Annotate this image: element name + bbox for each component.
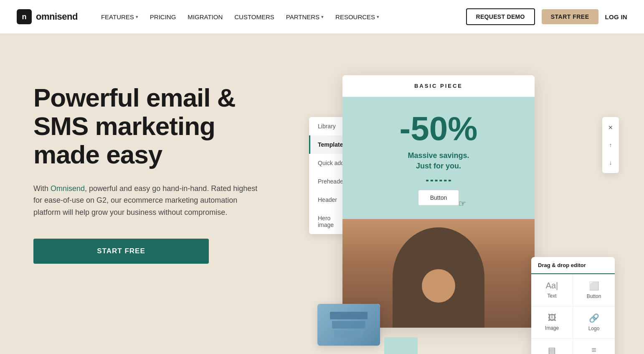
nav-partners[interactable]: PARTNERS ▾: [286, 13, 324, 20]
move-up-button[interactable]: ↑: [604, 139, 617, 151]
request-demo-button[interactable]: REQUEST DEMO: [466, 8, 535, 25]
dnd-item-menu[interactable]: ▤ Menu: [531, 339, 573, 354]
dnd-grid: Aa| Text ⬜ Button 🖼 Image 🔗 Logo ▤ M: [531, 274, 615, 354]
email-cta-button[interactable]: Button ☞: [418, 190, 459, 206]
nav-features[interactable]: FEATURES ▾: [101, 13, 138, 20]
logo-icon-dnd: 🔗: [577, 313, 611, 323]
hero-section: Powerful email & SMS marketing made easy…: [0, 33, 644, 354]
dnd-editor-panel: Drag & drop editor Aa| Text ⬜ Button 🖼 I…: [531, 257, 615, 354]
hero-left: Powerful email & SMS marketing made easy…: [33, 67, 284, 264]
hero-subtext: With Omnisend, powerful and easy go hand…: [33, 183, 259, 219]
login-button[interactable]: LOG IN: [605, 13, 627, 20]
dnd-editor-title: Drag & drop editor: [531, 257, 615, 274]
product-card: [317, 304, 380, 346]
dnd-item-linespace[interactable]: ≡ Line / Space: [573, 339, 615, 354]
nav-pricing[interactable]: PRICING: [150, 13, 176, 20]
dnd-image-label: Image: [535, 325, 568, 331]
nav-right: REQUEST DEMO START FREE LOG IN: [466, 8, 628, 25]
close-button[interactable]: ✕: [604, 121, 617, 134]
move-down-button[interactable]: ↓: [604, 156, 617, 169]
dnd-item-image[interactable]: 🖼 Image: [531, 306, 573, 339]
product-image: [317, 304, 380, 346]
nav-links: FEATURES ▾ PRICING MIGRATION CUSTOMERS P…: [101, 13, 453, 20]
dnd-button-label: Button: [577, 293, 611, 299]
button-icon: ⬜: [577, 281, 611, 291]
hero-heading: Powerful email & SMS marketing made easy: [33, 84, 284, 169]
promo-tagline: Massive savings. Just for you.: [356, 150, 521, 171]
menu-icon: ▤: [535, 345, 568, 354]
dnd-text-label: Text: [535, 293, 568, 299]
linespace-icon: ≡: [577, 345, 611, 354]
chevron-down-icon: ▾: [321, 14, 324, 20]
jean-layer-1: [330, 312, 368, 319]
email-preview-card: BASIC PIECE -50% Massive savings. Just f…: [342, 75, 535, 328]
omnisend-link[interactable]: Omnisend: [51, 184, 85, 193]
teal-accent-block: [384, 337, 418, 354]
start-free-nav-button[interactable]: START FREE: [542, 9, 598, 24]
logo-icon: n: [17, 9, 32, 24]
dnd-item-logo[interactable]: 🔗 Logo: [573, 306, 615, 339]
image-icon: 🖼: [535, 313, 568, 323]
nav-migration[interactable]: MIGRATION: [188, 13, 223, 20]
logo[interactable]: n omnisend: [17, 9, 78, 24]
nav-customers[interactable]: CUSTOMERS: [234, 13, 274, 20]
navbar: n omnisend FEATURES ▾ PRICING MIGRATION …: [0, 0, 644, 33]
nav-resources[interactable]: RESOURCES ▾: [335, 13, 379, 20]
email-promo-section: -50% Massive savings. Just for you. Butt…: [342, 97, 535, 219]
chevron-down-icon: ▾: [377, 14, 379, 20]
hero-right: Library Template Quick add Preheader Hea…: [309, 67, 611, 354]
dnd-logo-label: Logo: [577, 326, 611, 331]
dnd-item-button[interactable]: ⬜ Button: [573, 274, 615, 306]
discount-text: -50%: [356, 112, 521, 145]
chevron-down-icon: ▾: [136, 14, 138, 20]
start-free-hero-button[interactable]: START FREE: [33, 239, 209, 264]
jean-layer-2: [332, 321, 365, 329]
cursor-icon: ☞: [459, 199, 466, 209]
dnd-item-text[interactable]: Aa| Text: [531, 274, 573, 306]
editor-controls: ✕ ↑ ↓: [602, 117, 619, 173]
jean-layer-3: [334, 330, 363, 338]
email-brand-name: BASIC PIECE: [342, 75, 535, 97]
text-icon: Aa|: [535, 281, 568, 290]
promo-divider: [426, 180, 451, 181]
logo-text: omnisend: [36, 11, 78, 22]
jeans-stack: [330, 312, 368, 338]
